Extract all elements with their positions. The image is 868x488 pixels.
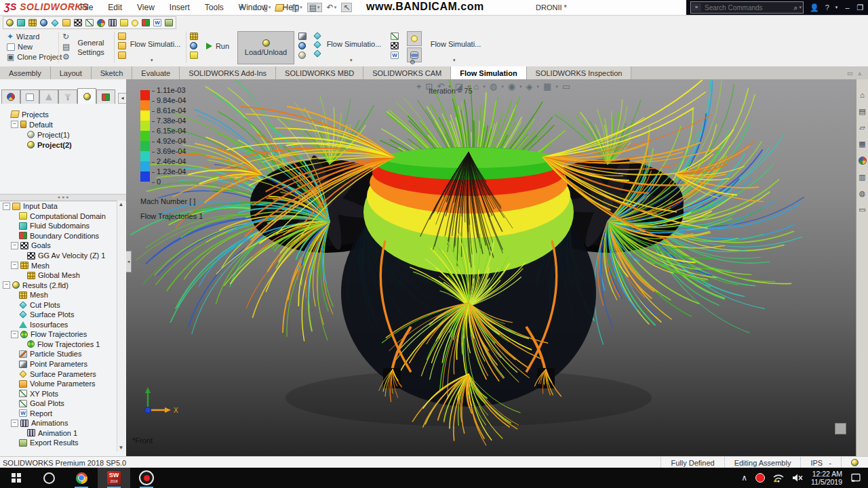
flow-group2-dropdown-icon[interactable]: ▾ (350, 58, 353, 63)
tree-item-volume-parameters[interactable]: Volume Parameters (0, 379, 117, 389)
zoom-fit-icon[interactable]: ⌖ (416, 82, 421, 91)
help-icon[interactable]: ? (825, 3, 829, 12)
appearances-icon[interactable] (859, 157, 867, 165)
display-style-icon-dropdown[interactable]: ▾ (501, 84, 504, 89)
search-commands-box[interactable]: » ⌕ ▾ (690, 1, 804, 14)
tree-item-mesh[interactable]: Mesh (0, 290, 117, 300)
tab-solidworks-mbd[interactable]: SOLIDWORKS MBD (276, 66, 363, 79)
graphics-viewport[interactable]: Mach Number [ ] Flow Trajectories 1 1.11… (126, 79, 856, 456)
edit-appearance-icon[interactable]: ◈ (526, 82, 533, 91)
volume-muted-icon[interactable] (792, 473, 803, 483)
tree-item-computational-domain[interactable]: Computational Domain (0, 211, 117, 222)
cortana-button[interactable] (33, 468, 65, 488)
lighting-toggle-button[interactable] (407, 31, 422, 46)
menu-insert[interactable]: Insert (170, 3, 190, 12)
tree-item-flow-trajectories-1[interactable]: Flow Trajectories 1 (0, 340, 117, 350)
user-account-icon[interactable]: 👤 (810, 3, 819, 12)
isosurface-icon[interactable] (313, 49, 321, 57)
status-units[interactable]: IPS - (800, 457, 841, 468)
print-button[interactable]: ▤▾ (307, 3, 322, 12)
previous-view-icon[interactable]: ↶ (437, 82, 444, 91)
wifi-icon[interactable] (773, 473, 784, 483)
tree-item-export-results[interactable]: Export Results (0, 438, 117, 448)
tree-item-input-data[interactable]: −Input Data (0, 201, 117, 211)
chrome-taskbar-button[interactable] (65, 468, 98, 488)
wizard-button[interactable]: ✦Wizard (7, 33, 62, 41)
tab-assembly[interactable]: Assembly (0, 66, 51, 79)
menu-file[interactable]: File (80, 3, 93, 12)
surface-plot-icon[interactable] (313, 41, 321, 48)
flow-folder-icon-3[interactable] (118, 52, 126, 59)
design-library-icon[interactable]: ▤ (859, 108, 865, 115)
property-manager-tab[interactable] (20, 89, 39, 104)
tree-item-gg-av-velocity-z-1[interactable]: GG Av Velocity (Z) 1 (0, 251, 117, 261)
run-button[interactable]: Run (202, 36, 233, 56)
expander-icon[interactable]: − (3, 203, 10, 210)
hide-show-items-icon[interactable]: ◉ (508, 82, 515, 91)
assembly-tool-icon-8[interactable] (85, 19, 94, 26)
apply-scene-icon-dropdown[interactable]: ▾ (555, 84, 558, 89)
assembly-tool-icon-6[interactable] (62, 19, 71, 26)
zoom-area-icon[interactable]: ⊡ (425, 82, 433, 91)
view-orientation-icon-dropdown[interactable]: ▾ (483, 84, 486, 89)
edit-appearance-icon-dropdown[interactable]: ▾ (537, 84, 540, 89)
assembly-tool-icon-12[interactable] (132, 20, 138, 26)
tree-item-projects[interactable]: Projects (0, 109, 117, 119)
action-center-icon[interactable] (850, 473, 861, 483)
inspection-tree-tab[interactable] (96, 89, 115, 104)
home-button[interactable]: ⌂ (254, 3, 258, 12)
tab-solidworks-add-ins[interactable]: SOLIDWORKS Add-Ins (180, 66, 276, 79)
hide-show-items-icon-dropdown[interactable]: ▾ (519, 84, 522, 89)
save-results-icon[interactable] (298, 42, 306, 49)
tree-item-boundary-conditions[interactable]: Boundary Conditions (0, 231, 117, 241)
display-gear-icon[interactable]: ⚙ (410, 59, 416, 66)
tree-item-animations[interactable]: −Animations (0, 418, 117, 428)
tree-item-animation-1[interactable]: Animation 1 (0, 428, 117, 439)
clone-project-button[interactable]: ▣Clone Project (7, 53, 62, 61)
tree-item-project-1-[interactable]: Project(1) (0, 129, 117, 140)
expander-icon[interactable]: − (11, 262, 18, 269)
rebuild-icon[interactable]: ↻ (62, 33, 70, 41)
tab-layout[interactable]: Layout (51, 66, 92, 79)
solve-icon[interactable] (190, 42, 197, 49)
general-settings-button[interactable]: GeneralSettings (72, 33, 110, 62)
feature-manager-tab[interactable] (1, 89, 20, 104)
flow-folder-icon-1[interactable] (118, 33, 126, 40)
results-options-icon[interactable] (298, 52, 306, 59)
tray-expand-icon[interactable]: ∧ (741, 474, 747, 482)
assembly-tool-icon-9[interactable] (97, 19, 105, 27)
component-control-icon[interactable]: ▤ (62, 43, 70, 51)
bandicam-taskbar-button[interactable] (130, 468, 163, 488)
tree-item-particle-studies[interactable]: Particle Studies (0, 349, 117, 359)
tools-icon[interactable]: ⚙ (62, 53, 70, 61)
flow-simulation-group2-button[interactable]: Flow Simulatio... (326, 33, 382, 55)
status-tag-icon-segment[interactable] (841, 457, 868, 468)
custom-properties-icon[interactable]: ▥ (859, 174, 865, 181)
view-settings-icon[interactable]: ▭ (562, 82, 570, 91)
load-unload-button[interactable]: Load/Unload (237, 31, 294, 64)
bandicam-tray-icon[interactable] (755, 473, 765, 483)
tree-item-default[interactable]: −Default (0, 119, 117, 129)
home-icon[interactable]: ⌂ (860, 92, 865, 99)
file-explorer-icon[interactable]: ▱ (859, 124, 865, 131)
panel-collapse-handle[interactable]: ◂ (126, 251, 132, 272)
flow-group1-dropdown-icon[interactable]: ▾ (151, 58, 153, 63)
assembly-tool-icon-11[interactable] (120, 19, 128, 26)
batch-run-icon[interactable] (190, 52, 198, 59)
tree-item-report[interactable]: Report (0, 408, 117, 418)
assembly-tool-icon-14[interactable] (153, 19, 161, 26)
tree-item-goals[interactable]: −Goals (0, 241, 117, 251)
point-probe-icon[interactable] (298, 33, 307, 40)
tab-solidworks-cam[interactable]: SOLIDWORKS CAM (363, 66, 451, 79)
tree-item-xy-plots[interactable]: XY Plots (0, 388, 117, 399)
tree-scrollbar[interactable]: ▲ ▼ (117, 201, 125, 451)
assembly-tool-icon-7[interactable] (74, 19, 82, 26)
tree-item-flow-trajectories[interactable]: −Flow Trajectories (0, 329, 117, 340)
comments-icon[interactable]: ▭ (859, 206, 865, 214)
tree-item-global-mesh[interactable]: Global Mesh (0, 270, 117, 281)
tree-item-point-parameters[interactable]: Point Parameters (0, 359, 117, 369)
expander-icon[interactable]: − (11, 420, 18, 427)
assembly-tool-icon-5[interactable] (51, 19, 58, 26)
search-commands-input[interactable] (703, 3, 792, 12)
viewport-resize-grip[interactable] (835, 423, 846, 434)
